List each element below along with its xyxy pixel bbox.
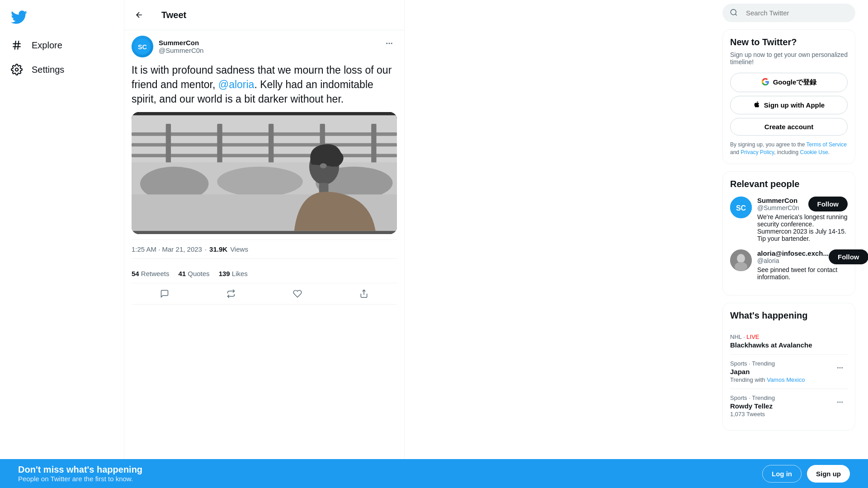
tweet-author-handle[interactable]: @SummerC0n — [159, 47, 203, 54]
vamos-mexico-link[interactable]: Vamos Mexico — [767, 376, 805, 383]
reply-button[interactable] — [156, 285, 173, 302]
summercon-name: SummerCon — [757, 197, 799, 204]
tweet-image[interactable] — [132, 112, 397, 234]
tweet-author-name[interactable]: SummerCon — [159, 39, 203, 47]
trend-nhl[interactable]: NHL · LIVE Blackhawks at Avalanche — [730, 328, 848, 355]
follow-summercon-button[interactable]: Follow — [808, 197, 848, 211]
trend-rowdy[interactable]: Sports · Trending Rowdy Tellez 1,073 Twe… — [730, 389, 848, 423]
trend-rowdy-count: 1,073 Tweets — [730, 411, 775, 418]
svg-point-41 — [841, 401, 843, 403]
svg-line-3 — [18, 41, 19, 50]
person-summercon: SC SummerCon @SummerC0n Follow We're Ame… — [730, 197, 848, 242]
svg-point-8 — [389, 43, 390, 44]
aloria-name-handle: aloria@infosec.exch... @aloria — [757, 249, 829, 264]
tweet-author-details: SummerCon @SummerC0n — [159, 39, 203, 54]
trend-japan-trending-with: Trending with Vamos Mexico — [730, 376, 805, 383]
retweets-label: Retweets — [141, 270, 170, 277]
quotes-count: 41 — [178, 270, 186, 277]
apple-icon — [753, 101, 760, 109]
gear-icon — [11, 64, 23, 75]
cookie-use-link[interactable]: Cookie Use — [800, 149, 828, 155]
person-aloria: aloria@infosec.exch... @aloria Follow Se… — [730, 249, 848, 281]
google-signup-button[interactable]: Googleで登録 — [730, 73, 848, 92]
terms-prefix: By signing up, you agree to the — [730, 141, 807, 148]
trend-nhl-name: Blackhawks at Avalanche — [730, 341, 848, 349]
apple-signup-label: Sign up with Apple — [764, 101, 825, 109]
twitter-logo[interactable] — [5, 4, 33, 32]
apple-signup-button[interactable]: Sign up with Apple — [730, 96, 848, 114]
aloria-bio: See pinned tweet for contact information… — [757, 266, 868, 281]
create-account-button[interactable]: Create account — [730, 118, 848, 136]
search-input[interactable] — [722, 4, 855, 22]
summercon-name-handle: SummerCon @SummerC0n — [757, 197, 799, 211]
svg-rect-11 — [132, 132, 397, 136]
relevant-people-title: Relevant people — [730, 179, 848, 189]
relevant-people-panel: Relevant people SC SummerCon @SummerC0n — [722, 171, 855, 296]
trend-rowdy-meta: Sports · Trending — [730, 394, 775, 401]
retweet-button[interactable] — [222, 285, 240, 302]
svg-point-38 — [841, 367, 843, 368]
sidebar-item-settings[interactable]: Settings — [5, 58, 118, 81]
tweet-mention-link[interactable]: @aloria — [218, 79, 255, 90]
like-button[interactable] — [289, 285, 306, 302]
tweet-quotes-stat[interactable]: 41 Quotes — [178, 270, 209, 277]
trend-rowdy-header: Sports · Trending Rowdy Tellez 1,073 Twe… — [730, 394, 848, 418]
terms-text: By signing up, you agree to the Terms of… — [730, 141, 848, 156]
avatar-placeholder: SC — [132, 36, 153, 57]
google-signup-label: Googleで登録 — [773, 78, 817, 87]
svg-point-35 — [735, 262, 747, 271]
tweet-photo-placeholder — [132, 112, 397, 234]
svg-point-9 — [391, 43, 392, 44]
right-sidebar: New to Twitter? Sign up now to get your … — [710, 0, 868, 488]
sidebar-item-explore[interactable]: Explore — [5, 34, 118, 56]
svg-point-34 — [737, 254, 745, 263]
signup-button[interactable]: Sign up — [807, 465, 850, 483]
svg-point-36 — [837, 367, 839, 368]
tweet-likes-stat[interactable]: 139 Likes — [219, 270, 248, 277]
summercon-avatar[interactable]: SC — [730, 197, 752, 218]
svg-rect-18 — [371, 124, 376, 167]
svg-point-40 — [840, 401, 841, 403]
nhl-label: NHL · — [730, 333, 746, 340]
login-button[interactable]: Log in — [762, 465, 802, 483]
terms-of-service-link[interactable]: Terms of Service — [807, 141, 847, 148]
tweet-retweets-stat[interactable]: 54 Retweets — [132, 270, 169, 277]
create-account-label: Create account — [764, 123, 813, 131]
trend-rowdy-content: Sports · Trending Rowdy Tellez 1,073 Twe… — [730, 394, 775, 418]
svg-point-7 — [386, 43, 387, 44]
svg-text:SC: SC — [138, 43, 147, 51]
trend-japan-header: Sports · Trending Japan Trending with Va… — [730, 360, 848, 383]
aloria-avatar[interactable] — [730, 249, 752, 271]
svg-rect-14 — [166, 124, 171, 167]
new-to-twitter-subtitle: Sign up now to get your own personalized… — [730, 51, 848, 66]
trend-rowdy-name: Rowdy Tellez — [730, 402, 775, 410]
sidebar: Explore Settings — [0, 0, 124, 488]
trend-japan-name: Japan — [730, 368, 805, 375]
svg-point-29 — [731, 9, 736, 14]
page-title: Tweet — [161, 10, 186, 20]
svg-point-21 — [217, 166, 302, 196]
follow-aloria-button[interactable]: Follow — [829, 249, 868, 264]
back-button[interactable] — [132, 7, 147, 23]
bottom-banner: Don't miss what's happening People on Tw… — [0, 459, 868, 488]
tweet-header: Tweet — [124, 0, 404, 30]
sidebar-explore-label: Explore — [32, 40, 62, 51]
banner-title: Don't miss what's happening — [18, 465, 142, 475]
whats-happening-title: What's happening — [730, 310, 848, 321]
likes-count: 139 — [219, 270, 230, 277]
trend-rowdy-more-button[interactable] — [832, 394, 848, 410]
tweet-timestamp-row: 1:25 AM · Mar 21, 2023 · 31.9K Views — [132, 239, 397, 259]
sidebar-settings-label: Settings — [32, 65, 64, 75]
privacy-policy-link[interactable]: Privacy Policy — [741, 149, 774, 155]
share-button[interactable] — [355, 285, 373, 302]
tweet-more-button[interactable] — [382, 36, 397, 51]
trend-japan-more-button[interactable] — [832, 360, 848, 375]
tweet-views-label: Views — [230, 245, 248, 253]
tweet-card: SC SummerCon @SummerC0n It is — [124, 30, 404, 310]
trend-japan[interactable]: Sports · Trending Japan Trending with Va… — [730, 355, 848, 389]
summercon-handle: @SummerC0n — [757, 204, 799, 211]
tweet-author-avatar[interactable]: SC — [132, 36, 153, 57]
new-to-twitter-panel: New to Twitter? Sign up now to get your … — [722, 29, 855, 164]
banner-actions: Log in Sign up — [762, 465, 850, 483]
search-box — [722, 4, 855, 22]
